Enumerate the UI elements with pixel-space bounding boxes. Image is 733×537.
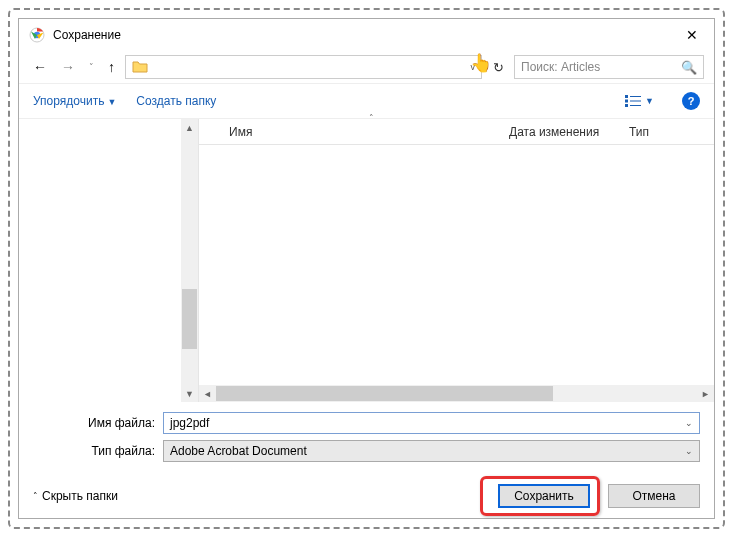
chevron-up-icon: ˄ [33, 491, 38, 501]
chevron-down-icon: ▼ [107, 97, 116, 107]
nav-row: ← → ˅ ↑ v ↻ Поиск: Articles 🔍 [19, 51, 714, 83]
col-date[interactable]: Дата изменения [509, 125, 629, 139]
filename-row: Имя файла: jpg2pdf ⌄ [33, 412, 700, 434]
svg-rect-4 [625, 104, 628, 107]
column-headers: ˄ Имя Дата изменения Тип [199, 119, 714, 145]
address-bar[interactable]: v [125, 55, 482, 79]
filename-input[interactable]: jpg2pdf ⌄ [163, 412, 700, 434]
content-area: ▲ ▼ ˄ Имя Дата изменения Тип ◄ ► [19, 119, 714, 402]
filetype-select[interactable]: Adobe Acrobat Document ⌄ [163, 440, 700, 462]
filename-label: Имя файла: [33, 416, 163, 430]
search-icon: 🔍 [681, 60, 697, 75]
svg-rect-5 [630, 96, 641, 97]
view-options[interactable]: ▼ [625, 95, 654, 107]
svg-rect-7 [630, 105, 641, 106]
scrollbar-thumb[interactable] [182, 289, 197, 349]
titlebar: Сохранение ✕ [19, 19, 714, 51]
new-folder-button[interactable]: Создать папку [136, 94, 216, 108]
save-button[interactable]: Сохранить [498, 484, 590, 508]
app-icon [29, 27, 45, 43]
cancel-button[interactable]: Отмена [608, 484, 700, 508]
chevron-down-icon: ▼ [645, 96, 654, 106]
refresh-button[interactable]: ↻ [488, 60, 508, 75]
form-area: Имя файла: jpg2pdf ⌄ Тип файла: Adobe Ac… [19, 402, 714, 474]
filetype-label: Тип файла: [33, 444, 163, 458]
recent-dropdown[interactable]: ˅ [85, 60, 98, 74]
col-name[interactable]: ˄ Имя [229, 125, 509, 139]
file-list-body[interactable] [199, 145, 714, 385]
svg-rect-6 [630, 101, 641, 102]
close-button[interactable]: ✕ [680, 27, 704, 43]
search-input[interactable]: Поиск: Articles 🔍 [514, 55, 704, 79]
address-dropdown-icon[interactable]: v [471, 62, 476, 72]
search-placeholder: Поиск: Articles [521, 60, 600, 74]
scroll-right-icon[interactable]: ► [697, 389, 714, 399]
chevron-down-icon[interactable]: ⌄ [685, 418, 693, 428]
back-button[interactable]: ← [29, 57, 51, 77]
up-button[interactable]: ↑ [104, 57, 119, 77]
hide-folders-toggle[interactable]: ˄ Скрыть папки [33, 489, 118, 503]
scroll-up-icon[interactable]: ▲ [181, 119, 198, 136]
organize-menu[interactable]: Упорядочить▼ [33, 94, 116, 108]
forward-button[interactable]: → [57, 57, 79, 77]
chevron-down-icon[interactable]: ⌄ [685, 446, 693, 456]
svg-rect-3 [625, 100, 628, 103]
window-title: Сохранение [53, 28, 680, 42]
save-dialog: Сохранение ✕ ← → ˅ ↑ v ↻ Поиск: Articles… [18, 18, 715, 519]
toolbar: Упорядочить▼ Создать папку ▼ ? [19, 83, 714, 119]
scroll-left-icon[interactable]: ◄ [199, 389, 216, 399]
help-icon[interactable]: ? [682, 92, 700, 110]
folder-tree[interactable]: ▲ ▼ [19, 119, 199, 402]
file-list: ˄ Имя Дата изменения Тип ◄ ► [199, 119, 714, 402]
col-type[interactable]: Тип [629, 125, 689, 139]
highlight-annotation: Сохранить [480, 476, 600, 516]
folder-icon [132, 59, 148, 75]
horizontal-scrollbar[interactable]: ◄ ► [199, 385, 714, 402]
filetype-row: Тип файла: Adobe Acrobat Document ⌄ [33, 440, 700, 462]
tree-scrollbar[interactable]: ▲ ▼ [181, 119, 198, 402]
scroll-down-icon[interactable]: ▼ [181, 385, 198, 402]
footer: ˄ Скрыть папки Сохранить Отмена [19, 474, 714, 518]
scrollbar-thumb[interactable] [216, 386, 553, 401]
sort-indicator-icon: ˄ [369, 113, 374, 123]
svg-rect-2 [625, 95, 628, 98]
